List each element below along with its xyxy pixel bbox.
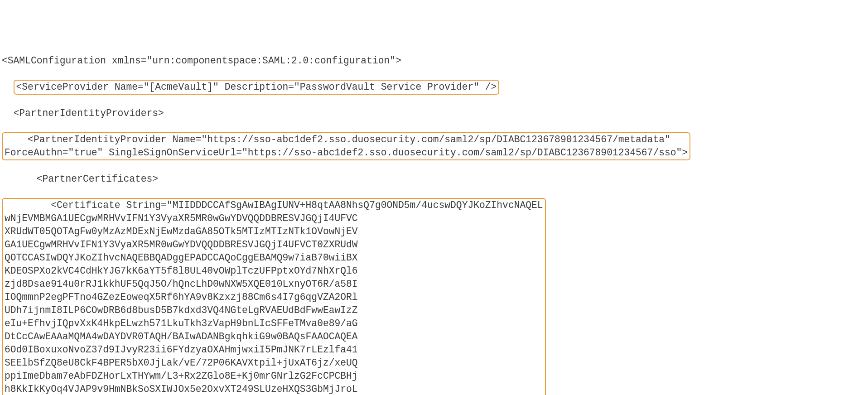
- xml-line-partnercerts-open: <PartnerCertificates>: [2, 173, 866, 186]
- xml-line-certificate: <Certificate String="MIIDDDCCAfSgAwIBAgI…: [2, 199, 866, 395]
- partneridp-line1: <PartnerIdentityProvider Name="https://s…: [5, 134, 670, 145]
- highlight-partneridentityprovider: <PartnerIdentityProvider Name="https://s…: [2, 132, 690, 160]
- xml-line-samlconfig-open: <SAMLConfiguration xmlns="urn:components…: [2, 54, 866, 67]
- highlight-certificate: <Certificate String="MIIDDDCCAfSgAwIBAgI…: [2, 198, 546, 395]
- partneridp-line2: ForceAuthn="true" SingleSignOnServiceUrl…: [5, 147, 688, 158]
- xml-line-serviceprovider: <ServiceProvider Name="[AcmeVault]" Desc…: [2, 81, 866, 94]
- xml-line-partneridp: <PartnerIdentityProvider Name="https://s…: [2, 133, 866, 159]
- xml-line-partneridps-open: <PartnerIdentityProviders>: [2, 107, 866, 120]
- highlight-serviceprovider: <ServiceProvider Name="[AcmeVault]" Desc…: [14, 80, 500, 95]
- indent: [2, 82, 14, 92]
